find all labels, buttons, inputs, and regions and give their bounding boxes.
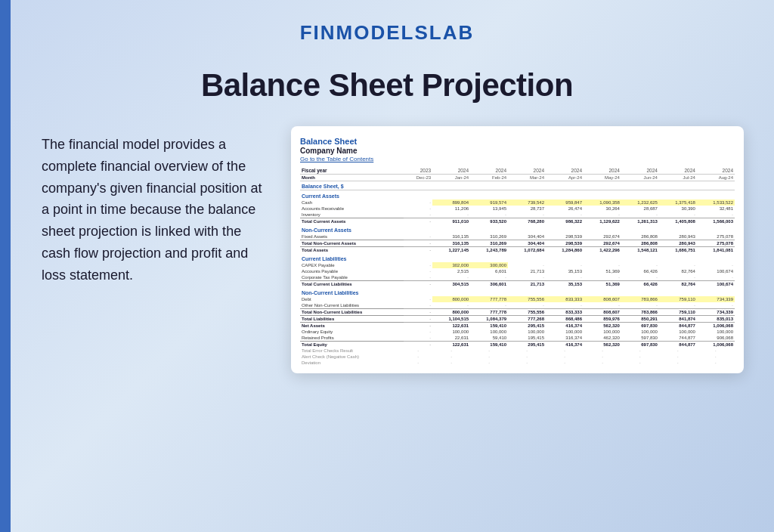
cell-11-0: -	[404, 296, 432, 302]
cell-14-1: 1,104,515	[432, 316, 470, 323]
cell-10-7: 82,764	[659, 281, 697, 288]
fiscal-year-header: Fiscal year	[300, 167, 404, 175]
table-row: Ordinary Equity-100,000100,000100,000100…	[300, 329, 735, 335]
cell-14-2: 1,084,379	[470, 316, 508, 323]
month-mar24: Mar-24	[508, 175, 546, 181]
cell-0-6: 1,232,625	[621, 200, 659, 206]
cell-15-2: 159,410	[470, 323, 508, 329]
cell-16-7: 100,000	[659, 329, 697, 335]
cell-5-8: 275,078	[697, 240, 735, 247]
cell-14-3: 777,268	[508, 316, 546, 323]
cell-19-8: ·	[697, 348, 735, 354]
cell-4-6: 286,808	[621, 234, 659, 240]
row-label-8: Accounts Payable	[300, 268, 404, 274]
cell-0-4: 959,847	[546, 200, 584, 206]
section-header-11: Non-Current Liabilities	[300, 287, 735, 296]
cell-16-2: 100,000	[470, 329, 508, 335]
cell-5-6: 286,808	[621, 240, 659, 247]
cell-14-7: 841,874	[659, 316, 697, 323]
cell-0-3: 739,542	[508, 200, 546, 206]
table-row: Total Equity-122,631159,410295,415416,37…	[300, 342, 735, 348]
cell-20-8: ·	[697, 354, 735, 360]
cell-12-1: -	[432, 302, 470, 309]
cell-18-0: -	[404, 342, 432, 348]
cell-9-0: -	[404, 274, 432, 281]
page-title: Balance Sheet Projection	[0, 67, 774, 104]
cell-6-4: 1,284,860	[546, 247, 584, 254]
cell-17-8: 906,068	[697, 335, 735, 342]
cell-8-0: -	[404, 268, 432, 274]
cell-1-6: 28,687	[621, 206, 659, 212]
cell-15-5: 562,320	[584, 323, 621, 329]
cell-13-5: 808,607	[584, 309, 621, 316]
row-label-19: Total Error Checks Result	[300, 348, 404, 354]
cell-9-3: -	[508, 274, 546, 281]
month-may24: May-24	[584, 175, 621, 181]
content-area: The financial model provides a complete …	[0, 126, 774, 373]
cell-3-1: 911,010	[432, 218, 470, 225]
spreadsheet: Balance Sheet Company Name Go to the Tab…	[291, 126, 744, 373]
col-2024-4: 2024	[546, 167, 584, 175]
cell-14-5: 859,976	[584, 316, 621, 323]
section-header-0: Current Assets	[300, 190, 735, 200]
col-2024-6: 2024	[621, 167, 659, 175]
cell-13-7: 759,110	[659, 309, 697, 316]
cell-4-0: -	[404, 234, 432, 240]
cell-9-2: -	[470, 274, 508, 281]
cell-3-6: 1,261,313	[621, 218, 659, 225]
table-row: Inventory---------	[300, 212, 735, 218]
cell-0-8: 1,533,522	[697, 200, 735, 206]
row-label-3: Total Current Assets	[300, 218, 404, 225]
cell-10-1: 304,515	[432, 281, 470, 288]
table-row: Other Non-Current Liabilities---------	[300, 302, 735, 309]
cell-6-7: 1,686,751	[659, 247, 697, 254]
cell-17-5: 462,320	[584, 335, 621, 342]
table-row: CAPEX Payable-302,000300,000------	[300, 262, 735, 268]
row-label-18: Total Equity	[300, 342, 404, 348]
col-2024-3: 2024	[508, 167, 546, 175]
section-header-7: Current Liabilities	[300, 253, 735, 262]
cell-2-4: -	[546, 212, 584, 218]
brand-logo: FINMODELSLAB	[0, 21, 774, 45]
cell-2-2: -	[470, 212, 508, 218]
cell-7-3: -	[508, 262, 546, 268]
cell-4-4: 298,539	[546, 234, 584, 240]
description-text: The financial model provides a complete …	[42, 126, 268, 286]
cell-16-6: 100,000	[621, 329, 659, 335]
cell-15-0: -	[404, 323, 432, 329]
cell-9-4: -	[546, 274, 584, 281]
cell-15-1: 122,631	[432, 323, 470, 329]
balance-sheet-table: Fiscal year 2023 2024 2024 2024 2024 202…	[300, 167, 735, 366]
row-label-14: Total Liabilities	[300, 316, 404, 323]
cell-2-6: -	[621, 212, 659, 218]
cell-2-7: -	[659, 212, 697, 218]
row-label-13: Total Non-Current Liabilities	[300, 309, 404, 316]
cell-18-7: 844,877	[659, 342, 697, 348]
cell-20-1: ·	[432, 354, 470, 360]
cell-14-4: 868,486	[546, 316, 584, 323]
cell-10-5: 51,369	[584, 281, 621, 288]
cell-4-1: 316,135	[432, 234, 470, 240]
table-row: Total Non-Current Liabilities-800,000777…	[300, 309, 735, 316]
cell-4-8: 275,078	[697, 234, 735, 240]
cell-16-5: 100,000	[584, 329, 621, 335]
cell-17-1: 22,631	[432, 335, 470, 342]
row-label-10: Total Current Liabilities	[300, 281, 404, 288]
section-header-4: Non-Current Assets	[300, 224, 735, 234]
cell-4-7: 280,943	[659, 234, 697, 240]
month-dec23: Dec-23	[404, 175, 432, 181]
table-row: Total Liabilities-1,104,5151,084,379777,…	[300, 316, 735, 323]
cell-17-0: -	[404, 335, 432, 342]
cell-15-6: 697,830	[621, 323, 659, 329]
cell-5-2: 310,269	[470, 240, 508, 247]
cell-3-2: 933,520	[470, 218, 508, 225]
cell-16-8: 100,000	[697, 329, 735, 335]
cell-16-1: 100,000	[432, 329, 470, 335]
cell-13-4: 833,333	[546, 309, 584, 316]
cell-5-7: 280,943	[659, 240, 697, 247]
cell-11-2: 777,778	[470, 296, 508, 302]
row-label-5: Total Non-Current Assets	[300, 240, 404, 247]
col-2024-7: 2024	[659, 167, 697, 175]
cell-12-5: -	[584, 302, 621, 309]
cell-20-2: ·	[470, 354, 508, 360]
